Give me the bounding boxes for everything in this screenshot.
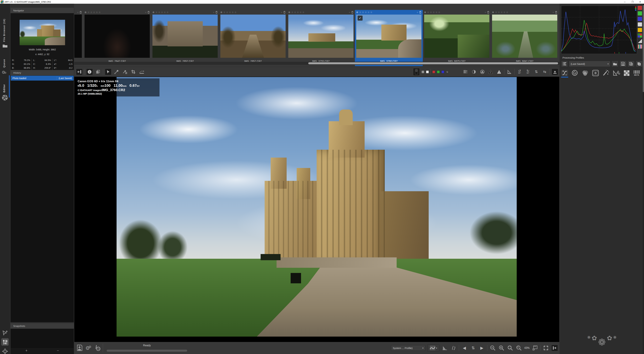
close-button[interactable]: ✕ [636,0,644,4]
right-panel-scrollbar[interactable] [643,4,644,354]
filmstrip-cell[interactable]: ⚙☆☆☆☆☆ ○ IMG_6841.CR2 [491,10,559,66]
hide-right-panel-bottom-button[interactable] [551,345,558,351]
profile-gear-icon[interactable]: ⚙ [492,11,494,13]
filmstrip-cell[interactable]: ⚙☆☆☆☆☆ ○ IMG_3755.CR2 [287,10,355,66]
shadow-clipping-warning-button[interactable]: ! [487,68,494,75]
trash-icon[interactable] [419,11,422,13]
hide-right-panel-button[interactable] [552,68,558,75]
gamut-check-button[interactable] [479,68,486,75]
tab-color-management[interactable] [581,70,589,76]
highlight-clipping-warning-button[interactable]: ! [496,68,502,75]
rating-stars[interactable]: ☆☆☆☆☆ [291,11,305,13]
trash-icon[interactable] [351,11,354,13]
zoom-fit-button[interactable] [507,345,514,351]
crop-tool-button[interactable] [130,68,137,75]
snapshot-remove-button[interactable]: − [42,348,74,354]
restore-button[interactable]: ❐ [628,0,636,4]
filmstrip-cell[interactable]: ⚙☆☆☆☆☆ ○ IMG_2852.CR2 [151,10,219,66]
fullscreen-button[interactable] [542,345,549,351]
trash-icon[interactable] [555,11,557,13]
trash-icon[interactable] [283,11,286,13]
histogram-luma-toggle[interactable] [638,22,642,27]
previous-image-button[interactable]: ◀ [461,345,468,351]
rotate-cw-button[interactable]: ↻90° [524,68,531,75]
profile-load-button[interactable] [612,61,618,67]
rating-stars[interactable]: ☆☆☆☆☆ [156,11,170,13]
channel-green-button[interactable] [437,70,440,73]
filmstrip-cell[interactable]: ⚙☆☆☆☆☆ ○ IMG_2857.CR2 [219,10,287,66]
histogram-toggle-button[interactable] [442,345,448,351]
profile-gear-icon[interactable]: ⚙ [424,11,426,13]
snapshot-add-button[interactable]: + [11,348,42,354]
color-label-icon[interactable]: ○ [281,11,282,13]
info-button[interactable]: i [86,68,93,75]
profile-gear-icon[interactable]: ⚙ [356,11,358,13]
tab-effects[interactable] [602,70,610,76]
photo[interactable] [116,77,517,337]
sync-filebrowser-button[interactable]: ⇅ [470,345,476,351]
selected-checkbox[interactable]: ✓ [358,15,362,21]
out-of-gamut-button[interactable] [450,345,457,351]
histogram-bar-toggle[interactable] [638,44,642,49]
queue-gears-button[interactable]: ⚙⚙ [85,345,92,351]
color-label-icon[interactable]: ○ [213,11,214,13]
tab-file-browser[interactable]: File Browser (16) [3,8,6,42]
soft-proof-profile-button[interactable]: ▾ [427,345,440,352]
flip-horizontal-button[interactable]: ⇆ [541,68,548,75]
flip-vertical-button[interactable]: ⇅ [533,68,540,75]
history-row[interactable]: Photo loaded (Last Saved) [11,76,74,81]
sharpening-contrast-mask-button[interactable] [462,68,469,75]
add-adjuster-icon[interactable] [2,330,8,336]
profile-dropdown[interactable]: (Last Saved)▾ [569,61,610,67]
before-after-lock-icon[interactable] [470,68,477,75]
color-label-icon[interactable]: ○ [485,11,486,13]
tab-detail[interactable] [592,70,599,76]
batch-gears-icon[interactable]: ⚙⚙ [2,70,6,75]
tab-color-similar[interactable] [571,70,578,76]
histogram-raw-toggle[interactable] [638,33,642,38]
channel-blue-button[interactable] [442,70,444,73]
trash-icon[interactable] [148,11,150,13]
tab-exposure[interactable] [561,70,568,76]
profile-fill-mode-button[interactable] [561,61,568,67]
zoom-out-button[interactable] [489,345,496,351]
color-picker-button[interactable] [113,68,120,75]
external-editor-button[interactable] [94,345,101,351]
trash-icon[interactable] [215,11,218,13]
tab-metadata[interactable]: META [633,70,640,76]
main-display-toggle[interactable] [413,68,420,76]
navigator-thumbnail[interactable] [20,20,65,45]
save-image-button[interactable] [76,345,83,351]
histogram-red-toggle[interactable] [638,6,642,10]
color-label-icon[interactable]: ○ [77,11,78,13]
tab-transform[interactable] [612,70,620,76]
filmstrip-cell[interactable]: ⚙☆☆☆☆☆ ○ IMG_6825.CR2 [423,10,491,66]
right-panel-scrollbar-thumb[interactable] [643,5,644,92]
profile-gear-icon[interactable]: ⚙ [288,11,290,13]
histogram-chro-toggle[interactable] [638,28,642,32]
monitor-profile-dropdown[interactable]: System ... Profile)▾ [391,345,425,351]
color-label-icon[interactable]: ○ [145,11,146,13]
trash-icon[interactable] [80,11,82,13]
image-canvas[interactable]: Canon EOS 6D + Irix 11mm f/4 f/5.0 1/320… [74,77,559,342]
channel-red-button[interactable] [432,70,435,73]
profile-save-button[interactable] [620,61,626,67]
profile-gear-icon[interactable]: ⚙ [220,11,222,13]
rating-stars[interactable]: ☆☆☆☆☆ [495,11,509,13]
rating-stars[interactable]: ☆☆☆☆☆ [224,11,237,13]
pan-tool-icon[interactable] [2,348,8,354]
histogram-blue-toggle[interactable] [638,17,642,21]
show-adjusters-toggle[interactable] [1,338,9,346]
channel-luminosity-button[interactable]: L [446,70,449,73]
background-white-button[interactable] [426,70,429,73]
trash-icon[interactable] [487,11,489,13]
profile-gear-icon[interactable]: ⚙ [84,11,86,13]
histogram-green-toggle[interactable] [638,11,642,15]
color-label-icon[interactable]: ○ [349,11,350,13]
color-label-icon[interactable]: ○ [417,11,418,13]
tab-editor[interactable]: Editor [3,77,6,92]
hide-left-panel-button[interactable] [76,68,83,75]
filmstrip-scrollbar-thumb[interactable] [308,62,558,64]
filmstrip-cell-selected[interactable]: ⚙☆☆☆☆☆ ○ ✓ IMG_3760.CR2 [355,10,423,66]
filmstrip-cell-partial[interactable]: ○ [74,10,83,66]
